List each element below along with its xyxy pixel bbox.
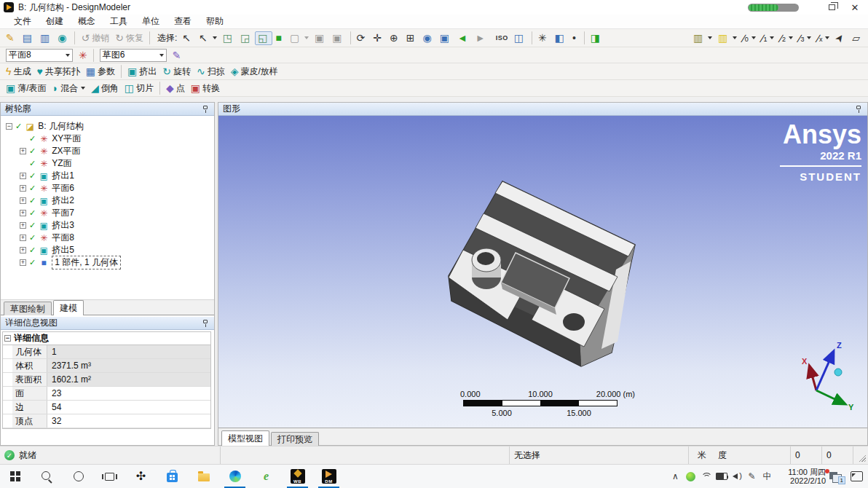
pin-icon[interactable] [203, 320, 208, 323]
tab-print-preview[interactable]: 打印预览 [271, 432, 319, 446]
generate-button[interactable]: ϟ 生成 [3, 65, 33, 79]
new-sketch-button[interactable]: ✎ [170, 48, 184, 62]
menu-help[interactable]: 帮助 [200, 15, 230, 28]
pencil-icon[interactable]: ✎ [3, 31, 20, 45]
tree-item-extrude1[interactable]: ✓ 挤出1 [1, 170, 214, 182]
pan-button[interactable]: ✛ [370, 31, 387, 45]
tree-expander-icon[interactable] [20, 222, 26, 229]
details-row-value[interactable]: 32 [47, 414, 210, 428]
battery-tray-icon[interactable] [714, 465, 729, 488]
task-view-button[interactable] [94, 465, 125, 488]
ruler-display-button[interactable]: ◨ [588, 31, 605, 45]
details-row-value[interactable]: 23 [47, 387, 210, 400]
notification-preview-icon[interactable]: 1 [827, 465, 846, 488]
browser-e-icon[interactable] [250, 465, 282, 488]
tree-expander-icon[interactable] [20, 235, 26, 241]
edge-typex-dropdown[interactable]: ∕ x [814, 31, 832, 45]
tab-sketching[interactable]: 草图绘制 [4, 302, 52, 315]
tree-item-plane6[interactable]: ✓ 平面6 [1, 182, 214, 194]
filter-body-button[interactable]: ■ [272, 31, 286, 45]
menu-tools[interactable]: 工具 [103, 15, 134, 28]
edge-type0-dropdown[interactable]: ∕ 0 [740, 31, 759, 45]
menu-concept[interactable]: 概念 [71, 15, 102, 28]
next-view-button[interactable]: ► [473, 31, 491, 45]
menu-view[interactable]: 查看 [167, 15, 198, 28]
tree-root[interactable]: ✓ B: 几何结构 [1, 120, 214, 133]
tree-item-yz-plane[interactable]: ✓ YZ面 [1, 157, 214, 170]
extrude-button[interactable]: ▣ 挤出 [125, 65, 159, 79]
details-row-value[interactable]: 1602.1 m² [47, 373, 210, 386]
magnifier-button[interactable]: ▣ [437, 31, 454, 45]
details-row-value[interactable]: 1 [47, 345, 210, 358]
orientation-triad[interactable]: Z X Y [800, 338, 859, 411]
cortana-button[interactable] [63, 465, 94, 488]
blend-button[interactable]: ◗ 混合 [50, 82, 88, 95]
tray-expand-button[interactable]: ∧ [668, 465, 683, 488]
tree-expander-icon[interactable] [20, 148, 26, 154]
antivirus-tray-icon[interactable] [683, 465, 698, 488]
tree-expander-icon[interactable] [20, 173, 26, 179]
volume-tray-icon[interactable] [729, 465, 744, 488]
tree-item-extrude5[interactable]: ✓ 挤出5 [1, 244, 214, 256]
taskbar-clock[interactable]: 11:00 周四 2022/2/10 [775, 468, 827, 485]
share-topology-button[interactable]: ♥ 共享拓扑 [33, 65, 82, 79]
designmodeler-icon[interactable]: DM [313, 465, 344, 488]
adjacency-dropdown[interactable]: ▢ [287, 31, 312, 45]
start-button[interactable] [0, 465, 31, 488]
edge-display-dropdown[interactable]: ▥ [715, 31, 740, 45]
sweep-button[interactable]: ∿ 扫掠 [194, 65, 228, 79]
chamfer-button[interactable]: ◢ 倒角 [88, 82, 122, 95]
zoom-button[interactable]: ⊕ [387, 31, 403, 45]
tree-expander-icon[interactable] [20, 197, 26, 204]
skin-loft-button[interactable]: ◈ 蒙皮/放样 [228, 65, 281, 79]
section-plane-icon[interactable]: ▱ [849, 31, 865, 45]
box-zoom-button[interactable]: ⊞ [403, 31, 420, 45]
pinned-app-icon[interactable] [125, 465, 157, 488]
tab-modeling[interactable]: 建模 [53, 300, 84, 315]
menu-units[interactable]: 单位 [135, 15, 166, 28]
search-button[interactable] [31, 465, 63, 488]
store-icon[interactable] [157, 465, 188, 488]
rotate-button[interactable]: ⟳ [354, 31, 371, 45]
menu-create[interactable]: 创建 [39, 15, 70, 28]
previous-view-button[interactable]: ◄ [454, 31, 473, 45]
vertex-display-button[interactable]: • [569, 31, 581, 45]
parameters-button[interactable]: ▦ 参数 [83, 65, 118, 79]
slice-button[interactable]: ◫ 切片 [122, 82, 157, 95]
menu-file[interactable]: 文件 [7, 15, 38, 28]
geometry-model[interactable] [437, 168, 671, 383]
save-all-button[interactable]: ▥ [37, 31, 55, 45]
filter-face-button[interactable]: ◱ [255, 31, 272, 45]
tree-item-zx-plane[interactable]: ✓ ZX平面 [1, 145, 214, 157]
image-capture-button[interactable]: ◉ [55, 31, 71, 45]
convert-button[interactable]: ▣ 转换 [188, 82, 223, 95]
tree-item-plane8[interactable]: ✓ 平面8 [1, 232, 214, 244]
iso-view-button[interactable]: ISO [491, 31, 511, 45]
filter-edge-button[interactable]: ◲ [237, 31, 255, 45]
thin-surface-button[interactable]: ▣ 薄/表面 [3, 82, 50, 95]
pin-icon[interactable] [856, 106, 861, 109]
close-window-button[interactable]: ✕ [845, 1, 864, 14]
pen-tray-icon[interactable]: ✎ [744, 465, 760, 488]
ime-indicator[interactable]: 中 [760, 465, 775, 488]
select-mode-dropdown[interactable]: ↖ [196, 31, 220, 45]
save-project-button[interactable]: ▤ [20, 31, 37, 45]
details-group-header[interactable]: − 详细信息 [3, 332, 210, 345]
edge-icon[interactable] [219, 465, 250, 488]
tree-expander-icon[interactable] [20, 259, 26, 266]
details-row-value[interactable]: 2371.5 m³ [47, 359, 210, 372]
resize-grip[interactable] [853, 446, 868, 464]
look-at-button[interactable]: ✳ [535, 31, 552, 45]
face-display-dropdown[interactable]: ▥ [690, 31, 715, 45]
tree-expander-icon[interactable] [20, 247, 26, 253]
workbench-icon[interactable]: WB [282, 465, 313, 488]
tree-expander-icon[interactable] [20, 185, 26, 192]
display-mode-button[interactable]: ◧ [552, 31, 569, 45]
restore-window-button[interactable] [822, 1, 841, 14]
extend-instances-button[interactable]: ▣ [329, 31, 347, 45]
model-viewport[interactable]: Ansys 2022 R1 STUDENT [218, 116, 867, 428]
details-row-value[interactable]: 54 [47, 401, 210, 414]
pin-icon[interactable]: ➤ [832, 31, 849, 45]
tree-item-extrude3[interactable]: ✓ 挤出3 [1, 219, 214, 232]
select-mode-button[interactable]: ↖ [179, 31, 196, 45]
